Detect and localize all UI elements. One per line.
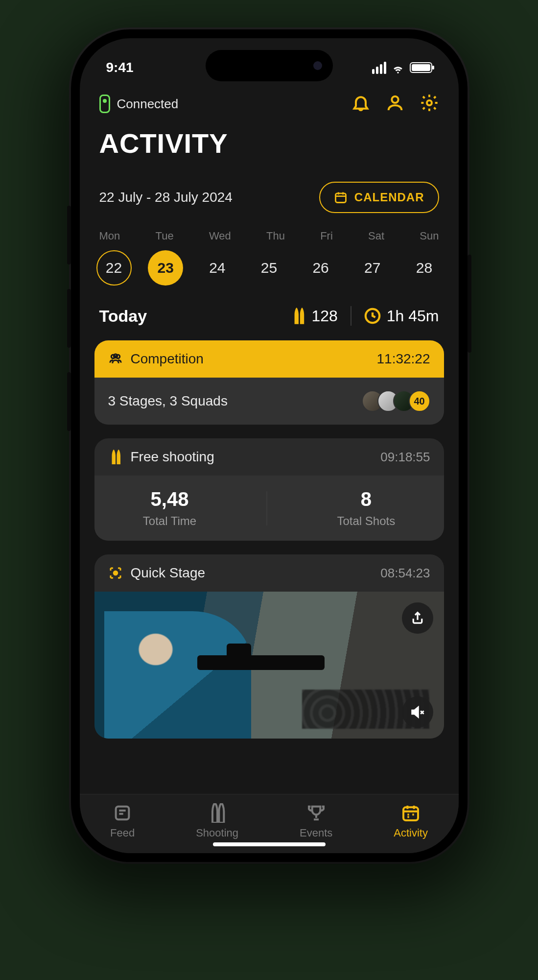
today-time-value: 1h 45m (387, 307, 439, 325)
competition-header: Competition 11:32:22 (94, 340, 444, 378)
competition-card[interactable]: Competition 11:32:22 3 Stages, 3 Squads … (94, 340, 444, 425)
total-shots-label: Total Shots (337, 514, 395, 528)
weekday-thu: Thu (266, 230, 285, 242)
day-24[interactable]: 24 (200, 250, 235, 286)
camera-dot (313, 61, 322, 70)
cellular-icon (372, 62, 386, 74)
total-shots-value: 8 (337, 488, 395, 510)
weekday-wed: Wed (209, 230, 231, 242)
top-bar: Connected (80, 82, 459, 115)
calendar-button-label: CALENDAR (354, 191, 424, 204)
quick-stage-title: Quick Stage (131, 565, 206, 581)
tab-shooting-label: Shooting (196, 827, 238, 839)
target-icon (108, 566, 123, 580)
divider (351, 306, 351, 326)
total-shots-stat: 8 Total Shots (337, 488, 395, 528)
svg-point-1 (427, 100, 432, 105)
bullets-icon (208, 803, 227, 823)
bullets-icon (292, 308, 305, 324)
day-22[interactable]: 22 (96, 250, 132, 286)
total-time-stat: 5,48 Total Time (143, 488, 196, 528)
connection-label: Connected (117, 96, 179, 112)
profile-button[interactable] (385, 93, 405, 115)
participants-extra-count: 40 (409, 390, 430, 412)
tab-shooting[interactable]: Shooting (196, 803, 238, 839)
date-range-row: 22 July - 28 July 2024 CALENDAR (80, 164, 459, 213)
today-shots-value: 128 (311, 307, 337, 325)
status-indicators (372, 62, 432, 74)
free-shooting-card[interactable]: Free shooting 09:18:55 5,48 Total Time 8… (94, 438, 444, 541)
weekday-labels: Mon Tue Wed Thu Fri Sat Sun (80, 213, 459, 247)
competition-detail: 3 Stages, 3 Squads (108, 393, 228, 409)
participant-avatars[interactable]: 40 (362, 390, 430, 412)
day-27[interactable]: 27 (355, 250, 390, 286)
total-time-label: Total Time (143, 514, 196, 528)
wifi-icon (391, 62, 405, 73)
today-shots: 128 (292, 307, 337, 325)
quick-stage-card[interactable]: Quick Stage 08:54:23 (94, 554, 444, 739)
divider (266, 491, 267, 526)
calendar-button[interactable]: CALENDAR (319, 182, 439, 213)
weekday-tue: Tue (156, 230, 174, 242)
quick-stage-video[interactable] (94, 592, 444, 739)
tab-feed[interactable]: Feed (110, 803, 135, 839)
tab-events-label: Events (300, 827, 332, 839)
competition-title: Competition (131, 351, 204, 367)
free-shooting-time: 09:18:55 (380, 450, 430, 465)
mute-icon (410, 705, 425, 719)
status-time: 9:41 (106, 60, 134, 75)
mute-button[interactable] (402, 696, 433, 728)
notifications-button[interactable] (351, 93, 371, 115)
home-indicator[interactable] (213, 842, 326, 846)
phone-frame: 9:41 Connected (71, 29, 468, 862)
top-actions (351, 93, 439, 115)
group-icon (108, 352, 123, 366)
weekday-sat: Sat (368, 230, 384, 242)
video-shooter (104, 611, 251, 739)
today-stats: 128 1h 45m (292, 306, 439, 326)
today-label: Today (99, 307, 147, 326)
trophy-icon (306, 803, 326, 823)
clock-icon (364, 308, 381, 324)
svg-rect-9 (403, 807, 418, 820)
video-rifle (197, 655, 325, 670)
share-button[interactable] (402, 602, 433, 634)
battery-icon (410, 62, 432, 73)
free-shooting-body: 5,48 Total Time 8 Total Shots (94, 476, 444, 541)
today-time: 1h 45m (364, 307, 439, 325)
activity-list: Competition 11:32:22 3 Stages, 3 Squads … (80, 335, 459, 794)
total-time-value: 5,48 (143, 488, 196, 510)
calendar-icon (334, 191, 348, 204)
today-summary: Today 128 1h 45m (80, 286, 459, 335)
calendar-icon (401, 803, 421, 823)
day-23-selected[interactable]: 23 (148, 250, 183, 286)
day-picker: 22 23 24 25 26 27 28 (80, 247, 459, 286)
tab-activity[interactable]: Activity (394, 803, 428, 839)
quick-stage-time: 08:54:23 (380, 566, 430, 581)
bullets-icon (108, 450, 123, 464)
tab-events[interactable]: Events (300, 803, 332, 839)
svg-point-0 (392, 96, 398, 103)
weekday-mon: Mon (99, 230, 120, 242)
connection-status[interactable]: Connected (99, 95, 179, 113)
quick-stage-header: Quick Stage 08:54:23 (94, 554, 444, 592)
bell-icon (351, 93, 371, 113)
date-range: 22 July - 28 July 2024 (99, 190, 233, 205)
device-icon (99, 95, 110, 113)
competition-body: 3 Stages, 3 Squads 40 (94, 378, 444, 425)
settings-button[interactable] (420, 93, 439, 115)
dynamic-island (206, 50, 333, 81)
day-25[interactable]: 25 (251, 250, 286, 286)
page-title: ACTIVITY (80, 115, 459, 164)
share-icon (410, 611, 425, 625)
weekday-sun: Sun (420, 230, 439, 242)
screen: 9:41 Connected (80, 38, 459, 853)
svg-point-7 (114, 571, 117, 575)
free-shooting-title: Free shooting (131, 449, 214, 465)
person-icon (385, 93, 405, 113)
day-28[interactable]: 28 (406, 250, 442, 286)
weekday-fri: Fri (320, 230, 333, 242)
feed-icon (113, 803, 132, 823)
day-26[interactable]: 26 (303, 250, 338, 286)
tab-feed-label: Feed (110, 827, 135, 839)
